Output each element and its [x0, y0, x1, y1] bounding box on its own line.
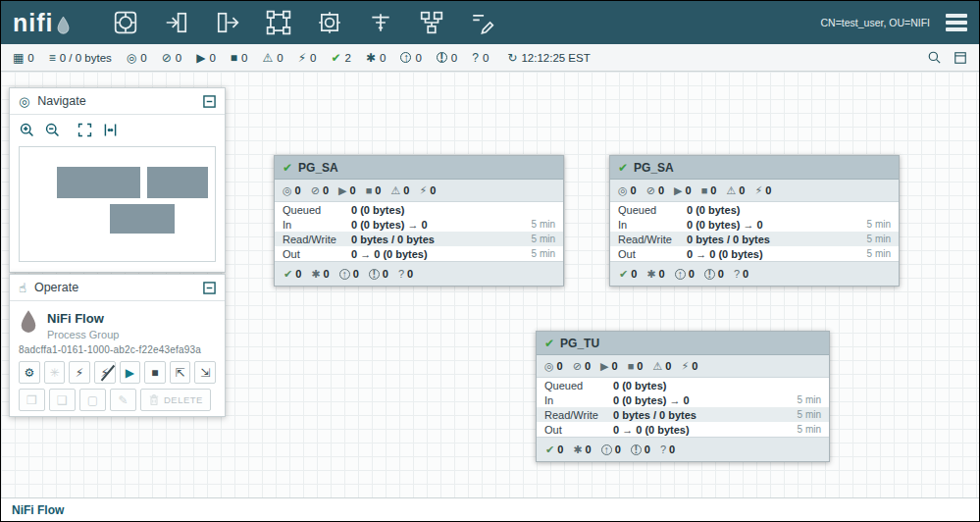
vc-up-to-date: ✔0	[545, 444, 563, 455]
sync-failure-icon: ?	[472, 52, 479, 64]
vc-locally-modified: ✱0	[311, 268, 329, 280]
not-transmitting-count: 0	[585, 360, 591, 372]
delete-label: DELETE	[164, 394, 203, 405]
vc-up-to-date: ✔0	[284, 268, 301, 280]
sync-failure-icon: ?	[734, 269, 740, 280]
upload-template-button[interactable]: ⇱	[170, 361, 191, 384]
transmitting-icon: ◎	[544, 361, 554, 372]
collapse-navigate-button[interactable]	[203, 95, 216, 108]
pg-stats-row: ◎0 ⊘0 ▶0 ■0 ⚠0 ⚡0	[275, 180, 563, 202]
not-transmitting-count: 0	[658, 184, 664, 196]
stopped-count: 0	[375, 184, 381, 196]
pg-stats-row: ◎0 ⊘0 ▶0 ■0 ⚠0 ⚡0	[610, 180, 899, 202]
running-count: 0	[686, 184, 692, 196]
global-menu-icon[interactable]	[946, 14, 967, 31]
transmitting-count: 0	[295, 184, 301, 196]
settings-panel-icon[interactable]	[954, 51, 967, 65]
start-button[interactable]: ▶	[120, 361, 141, 384]
zoom-out-button[interactable]	[44, 122, 61, 138]
locally-modified-stale-count: 0	[451, 52, 457, 64]
pg-name: PG_SA	[298, 161, 338, 175]
operate-icon: ☝	[19, 281, 26, 295]
navigate-palette: ◎ Navigate	[9, 87, 226, 273]
paste-button: ❑	[49, 389, 76, 411]
locally-modified-icon: ✱	[573, 444, 582, 455]
stale-count: 0	[415, 52, 421, 64]
pg-header: ✔ PG_TU	[537, 332, 829, 355]
refresh-icon: ↻	[507, 52, 517, 64]
transmitting-icon: ◎	[283, 185, 292, 196]
search-icon[interactable]	[927, 50, 942, 65]
stale-icon: ↑	[339, 269, 350, 280]
disable-button[interactable]: ⚡	[94, 361, 116, 384]
status-total-queued: ≡0 / 0 bytes	[49, 52, 112, 64]
disabled-count: 0	[692, 360, 697, 372]
status-disabled: ⚡0	[298, 52, 317, 64]
current-user: CN=test_user, OU=NIFI	[821, 17, 930, 28]
process-group-pg-tu[interactable]: ✔ PG_TU ◎0 ⊘0 ▶0 ■0 ⚠0 ⚡0 Queued0 (0 byt…	[536, 331, 830, 462]
stat-disabled: ⚡0	[754, 184, 771, 196]
gear-icon: ⚙	[24, 366, 34, 380]
status-not-transmitting: ⊘0	[162, 52, 181, 64]
status-invalid: ⚠0	[262, 52, 283, 64]
create-template-icon: ⇲	[200, 366, 210, 380]
sync-failure-count: 0	[483, 52, 489, 64]
label-icon[interactable]	[469, 9, 496, 36]
stat-not-transmitting: ⊘0	[311, 184, 329, 196]
stat-transmitting: ◎0	[618, 184, 637, 196]
stat-not-transmitting: ⊘0	[646, 184, 664, 196]
breadcrumb-root[interactable]: NiFi Flow	[12, 503, 64, 517]
navigate-palette-header[interactable]: ◎ Navigate	[10, 88, 225, 115]
locally-modified-icon: ✱	[646, 269, 655, 280]
stop-button[interactable]: ■	[144, 361, 166, 384]
running-icon: ▶	[600, 361, 608, 372]
version-up-to-date-icon: ✔	[283, 161, 292, 175]
sync-failure-icon: ?	[660, 444, 666, 455]
vc-sync-failure: ?0	[398, 268, 413, 280]
running-count: 0	[350, 184, 356, 196]
remote-process-group-icon[interactable]	[316, 9, 343, 36]
navigate-title: Navigate	[37, 94, 85, 108]
flow-canvas[interactable]: ◎ Navigate ☝ Operate	[1, 72, 979, 497]
policies-icon: ✳	[49, 366, 59, 380]
stat-running: ▶0	[674, 184, 692, 196]
refresh-button[interactable]: ↻12:12:25 EST	[507, 52, 590, 64]
template-icon[interactable]	[418, 9, 445, 36]
birdseye-minimap[interactable]	[19, 146, 216, 262]
selected-flow-name: NiFi Flow	[47, 309, 119, 326]
pg-row-out: Out0 → 0 (0 bytes)5 min	[610, 246, 899, 261]
app-header: nifi	[1, 1, 979, 44]
zoom-in-button[interactable]	[19, 122, 35, 138]
configuration-button[interactable]: ⚙	[19, 361, 40, 384]
transmitting-icon: ◎	[127, 52, 136, 64]
status-bar: ▦0 ≡0 / 0 bytes ◎0 ⊘0 ▶0 ■0 ⚠0 ⚡0 ✔2 ✱0 …	[1, 44, 979, 72]
input-port-icon[interactable]	[163, 9, 190, 36]
status-sync-failure: ?0	[472, 52, 489, 64]
collapse-operate-button[interactable]	[203, 282, 216, 294]
vc-sync-failure: ?0	[660, 444, 675, 455]
enable-button[interactable]: ⚡	[69, 361, 90, 384]
operate-title: Operate	[34, 281, 78, 294]
zoom-actual-size-button[interactable]	[102, 122, 119, 138]
zoom-fit-button[interactable]	[77, 122, 93, 138]
invalid-icon: ⚠	[262, 52, 273, 64]
statusbar-right	[927, 50, 967, 65]
create-template-button[interactable]: ⇲	[194, 361, 216, 384]
threads-icon: ▦	[13, 52, 24, 64]
output-port-icon[interactable]	[214, 9, 241, 36]
process-group-icon[interactable]	[265, 9, 292, 36]
up-to-date-icon: ✔	[619, 269, 628, 280]
funnel-icon[interactable]	[367, 9, 394, 36]
process-group-pg-sa-1[interactable]: ✔ PG_SA ◎0 ⊘0 ▶0 ■0 ⚠0 ⚡0 Queued0 (0 byt…	[274, 155, 564, 287]
processor-icon[interactable]	[112, 9, 139, 36]
play-icon: ▶	[126, 366, 134, 380]
running-count: 0	[209, 52, 215, 64]
pg-row-out: Out0 → 0 (0 bytes)5 min	[275, 246, 563, 261]
stat-transmitting: ◎0	[544, 360, 563, 372]
operate-palette-header[interactable]: ☝ Operate	[10, 275, 225, 301]
process-group-pg-sa-2[interactable]: ✔ PG_SA ◎0 ⊘0 ▶0 ■0 ⚠0 ⚡0 Queued0 (0 byt…	[609, 155, 900, 287]
enable-bolt-icon: ⚡	[76, 366, 83, 380]
flow-droplet-icon	[19, 309, 38, 335]
invalid-icon: ⚠	[652, 361, 662, 372]
pg-version-footer: ✔0 ✱0 ↑0 !0 ?0	[537, 437, 829, 461]
